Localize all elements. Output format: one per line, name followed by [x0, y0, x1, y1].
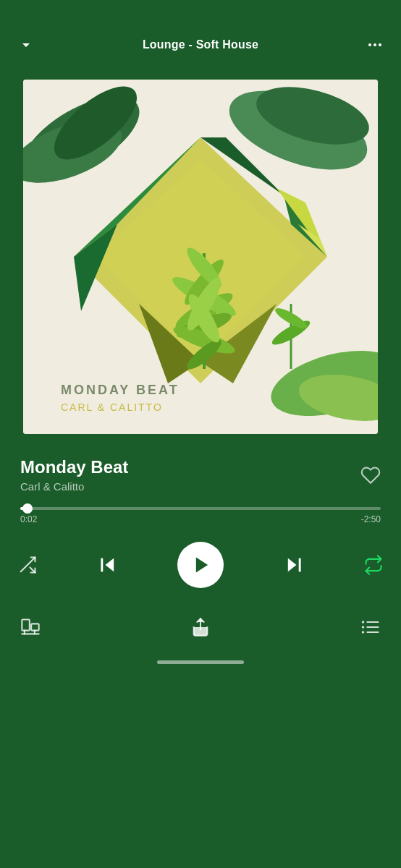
- svg-point-0: [368, 43, 371, 46]
- album-art: MONDAY BEAT CARL & CALITTO: [23, 80, 378, 434]
- home-indicator: [0, 652, 401, 670]
- svg-text:CARL & CALITTO: CARL & CALITTO: [61, 401, 163, 413]
- controls-row: [0, 527, 401, 600]
- progress-section: 0:02 -2:50: [0, 495, 401, 527]
- svg-point-53: [362, 626, 365, 629]
- shuffle-button[interactable]: [17, 555, 38, 575]
- current-time: 0:02: [20, 514, 37, 524]
- svg-point-54: [362, 631, 365, 634]
- queue-button[interactable]: [360, 617, 381, 637]
- top-bar: Lounge - Soft House: [0, 0, 401, 65]
- album-art-container: MONDAY BEAT CARL & CALITTO: [0, 65, 401, 451]
- progress-bar[interactable]: [20, 507, 381, 510]
- svg-marker-38: [105, 558, 114, 572]
- play-pause-button[interactable]: [177, 542, 224, 588]
- svg-point-1: [373, 43, 376, 46]
- time-row: 0:02 -2:50: [20, 514, 381, 524]
- svg-marker-41: [287, 558, 296, 572]
- playlist-title: Lounge - Soft House: [143, 38, 258, 51]
- track-artist: Carl & Calitto: [20, 480, 349, 493]
- track-info-row: Monday Beat Carl & Calitto: [0, 451, 401, 495]
- bottom-bar: [0, 605, 401, 652]
- svg-marker-40: [196, 558, 208, 573]
- more-options-button[interactable]: [366, 36, 384, 54]
- track-info: Monday Beat Carl & Calitto: [20, 457, 349, 493]
- progress-thumb: [22, 503, 33, 514]
- svg-text:MONDAY BEAT: MONDAY BEAT: [61, 383, 180, 397]
- track-title: Monday Beat: [20, 457, 349, 477]
- previous-button[interactable]: [98, 555, 118, 575]
- heart-button[interactable]: [349, 465, 381, 485]
- remaining-time: -2:50: [361, 514, 381, 524]
- connect-device-button[interactable]: [20, 617, 41, 637]
- share-button[interactable]: [190, 617, 211, 637]
- svg-rect-44: [31, 624, 38, 630]
- home-indicator-bar: [157, 660, 244, 664]
- chevron-down-button[interactable]: [17, 36, 35, 54]
- svg-point-2: [379, 43, 381, 46]
- svg-rect-43: [22, 620, 29, 631]
- repeat-button[interactable]: [363, 555, 384, 575]
- svg-point-52: [362, 621, 365, 624]
- next-button[interactable]: [284, 555, 304, 575]
